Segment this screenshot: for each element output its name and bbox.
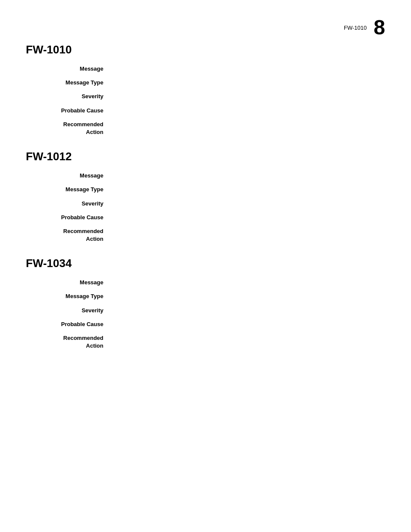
- field-label-fw-1010-1: Message Type: [26, 79, 112, 87]
- field-value-fw-1034-1: [112, 292, 385, 300]
- field-row-fw-1034-4: RecommendedAction: [26, 334, 385, 350]
- section-fw-1034: FW-1034MessageMessage TypeSeverityProbab…: [26, 257, 385, 350]
- field-label-fw-1034-4: RecommendedAction: [26, 334, 112, 350]
- section-title-fw-1034: FW-1034: [26, 257, 385, 270]
- field-row-fw-1034-3: Probable Cause: [26, 320, 385, 328]
- section-fw-1012: FW-1012MessageMessage TypeSeverityProbab…: [26, 150, 385, 243]
- section-fw-1010: FW-1010MessageMessage TypeSeverityProbab…: [26, 43, 385, 136]
- field-label-fw-1012-3: Probable Cause: [26, 214, 112, 221]
- field-row-fw-1034-0: Message: [26, 279, 385, 286]
- page-header: FW-1010 8: [344, 17, 385, 38]
- field-value-fw-1034-2: [112, 307, 385, 314]
- field-row-fw-1010-1: Message Type: [26, 79, 385, 87]
- field-value-fw-1012-0: [112, 172, 385, 180]
- field-value-fw-1034-0: [112, 279, 385, 286]
- field-row-fw-1010-0: Message: [26, 65, 385, 73]
- header-code: FW-1010: [344, 25, 367, 31]
- field-row-fw-1010-4: RecommendedAction: [26, 121, 385, 136]
- field-label-fw-1034-3: Probable Cause: [26, 320, 112, 328]
- field-row-fw-1010-2: Severity: [26, 93, 385, 100]
- field-label-fw-1012-4: RecommendedAction: [26, 227, 112, 243]
- field-value-fw-1010-0: [112, 65, 385, 73]
- header-page-number: 8: [374, 17, 385, 38]
- field-row-fw-1012-0: Message: [26, 172, 385, 180]
- field-label-fw-1012-2: Severity: [26, 200, 112, 208]
- field-label-fw-1034-0: Message: [26, 279, 112, 286]
- field-row-fw-1034-2: Severity: [26, 307, 385, 314]
- section-title-fw-1010: FW-1010: [26, 43, 385, 56]
- field-value-fw-1034-3: [112, 320, 385, 328]
- field-value-fw-1012-1: [112, 186, 385, 193]
- page-content: FW-1010MessageMessage TypeSeverityProbab…: [0, 0, 411, 389]
- field-label-fw-1012-1: Message Type: [26, 186, 112, 193]
- field-row-fw-1012-1: Message Type: [26, 186, 385, 193]
- field-row-fw-1012-3: Probable Cause: [26, 214, 385, 221]
- field-value-fw-1010-3: [112, 107, 385, 115]
- field-label-fw-1010-2: Severity: [26, 93, 112, 100]
- field-value-fw-1034-4: [112, 334, 385, 350]
- section-title-fw-1012: FW-1012: [26, 150, 385, 163]
- field-label-fw-1010-3: Probable Cause: [26, 107, 112, 115]
- field-label-fw-1010-4: RecommendedAction: [26, 121, 112, 136]
- field-label-fw-1010-0: Message: [26, 65, 112, 73]
- field-label-fw-1012-0: Message: [26, 172, 112, 180]
- field-row-fw-1012-2: Severity: [26, 200, 385, 208]
- field-row-fw-1034-1: Message Type: [26, 292, 385, 300]
- field-label-fw-1034-2: Severity: [26, 307, 112, 314]
- field-value-fw-1012-3: [112, 214, 385, 221]
- field-value-fw-1010-4: [112, 121, 385, 136]
- field-value-fw-1012-2: [112, 200, 385, 208]
- field-value-fw-1010-1: [112, 79, 385, 87]
- field-row-fw-1010-3: Probable Cause: [26, 107, 385, 115]
- field-label-fw-1034-1: Message Type: [26, 292, 112, 300]
- field-row-fw-1012-4: RecommendedAction: [26, 227, 385, 243]
- field-value-fw-1012-4: [112, 227, 385, 243]
- field-value-fw-1010-2: [112, 93, 385, 100]
